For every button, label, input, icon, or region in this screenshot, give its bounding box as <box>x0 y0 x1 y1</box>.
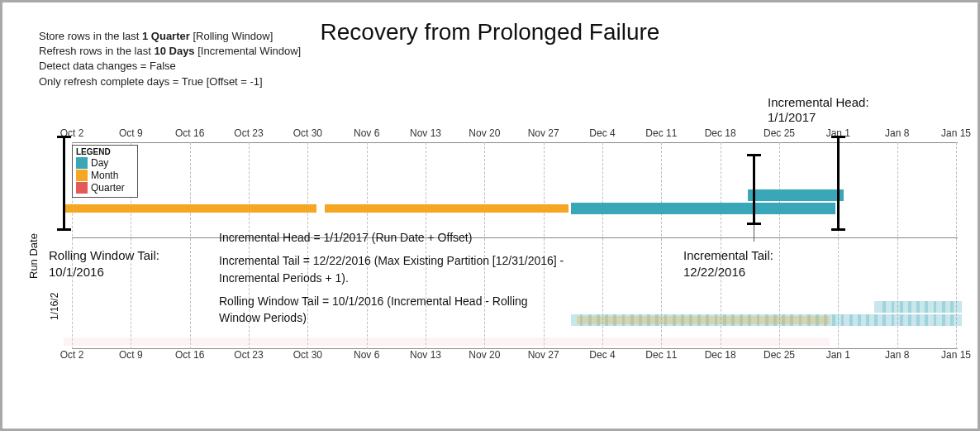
x-label: Oct 30 <box>293 349 322 361</box>
x-label: Oct 9 <box>119 127 143 139</box>
marker <box>63 136 65 231</box>
x-label: Oct 16 <box>175 127 204 139</box>
x-label: Nov 27 <box>528 349 559 361</box>
x-label: Oct 23 <box>234 127 263 139</box>
incremental-tail-l1: Incremental Tail: <box>683 247 773 264</box>
month-block <box>64 204 316 213</box>
x-axis-bottom: Oct 2Oct 9Oct 16Oct 23Oct 30Nov 6Nov 13N… <box>72 349 958 364</box>
meta-store-pre: Store rows in the last <box>39 30 142 42</box>
legend-row-day: Day <box>76 157 134 169</box>
meta-refresh-bold: 10 Days <box>154 45 194 57</box>
x-label: Nov 6 <box>354 349 379 361</box>
x-label: Nov 6 <box>354 127 379 139</box>
x-label: Jan 15 <box>941 127 971 139</box>
meta-complete: Only refresh complete days = True [Offse… <box>39 74 301 89</box>
month-block <box>577 316 830 324</box>
legend-label-day: Day <box>91 157 108 169</box>
y-axis-label: Run Date <box>27 233 40 279</box>
rolling-tail-annot: Rolling Window Tail: 10/1/2016 <box>49 247 159 280</box>
formula-2: Incremental Tail = 12/22/2016 (Max Exist… <box>219 252 566 286</box>
swatch-quarter <box>76 182 88 194</box>
swatch-month <box>76 170 88 181</box>
chart-frame: Recovery from Prolonged Failure Store ro… <box>0 0 980 431</box>
x-label: Jan 1 <box>826 349 850 361</box>
meta-refresh-post: [Incremental Window] <box>195 45 302 57</box>
marker <box>837 136 840 231</box>
x-label: Nov 27 <box>528 127 559 139</box>
x-label: Jan 15 <box>941 349 971 361</box>
incremental-tail-annot: Incremental Tail: 12/22/2016 <box>683 247 773 280</box>
legend-row-quarter: Quarter <box>76 182 134 194</box>
x-label: Dec 4 <box>589 127 615 139</box>
formula-annotations: Incremental Head = 1/1/2017 (Run Date + … <box>219 229 566 326</box>
meta-detect: Detect data changes = False <box>39 59 301 74</box>
legend-title: LEGEND <box>76 147 134 156</box>
day-block <box>950 314 962 326</box>
x-label: Dec 4 <box>589 349 615 361</box>
incremental-tail-l2: 12/22/2016 <box>683 264 773 280</box>
meta-refresh-pre: Refresh rows in the last <box>39 45 154 57</box>
x-label: Dec 18 <box>705 127 736 139</box>
day-block <box>824 203 835 214</box>
month-block <box>325 204 569 213</box>
meta-store-post: [Rolling Window] <box>190 30 273 42</box>
legend-label-month: Month <box>91 170 118 181</box>
meta-store-bold: 1 Quarter <box>142 30 190 42</box>
day-block <box>950 301 962 313</box>
x-label: Dec 25 <box>764 349 795 361</box>
x-label: Dec 18 <box>705 349 736 361</box>
incremental-head-label-l2: 1/1/2017 <box>768 110 869 125</box>
x-label: Nov 20 <box>469 127 500 139</box>
marker <box>753 154 755 225</box>
x-label: Dec 11 <box>645 349 677 361</box>
x-label: Oct 30 <box>293 127 322 139</box>
x-label: Oct 9 <box>119 349 143 361</box>
x-label: Nov 13 <box>410 349 441 361</box>
swatch-day <box>76 157 88 169</box>
rolling-tail-l2: 10/1/2016 <box>49 264 159 280</box>
rolling-tail-l1: Rolling Window Tail: <box>49 247 159 264</box>
x-label: Dec 25 <box>764 127 795 139</box>
formula-3: Rolling Window Tail = 10/1/2016 (Increme… <box>219 293 566 327</box>
x-label: Jan 8 <box>885 127 909 139</box>
x-label: Oct 16 <box>175 349 204 361</box>
x-label: Nov 20 <box>469 349 500 361</box>
y-tick-1: 1/16/2 <box>49 293 60 320</box>
marker-tick <box>754 225 754 242</box>
x-label: Jan 8 <box>885 349 909 361</box>
gridline <box>190 142 191 349</box>
x-label: Nov 13 <box>410 127 441 139</box>
legend-label-quarter: Quarter <box>91 182 125 194</box>
row-sep-top <box>72 142 958 143</box>
formula-1: Incremental Head = 1/1/2017 (Run Date + … <box>219 229 566 246</box>
chart-meta: Store rows in the last 1 Quarter [Rollin… <box>39 29 301 89</box>
x-label: Dec 11 <box>645 127 677 139</box>
x-label: Oct 23 <box>234 349 263 361</box>
incremental-head-label: Incremental Head: 1/1/2017 <box>768 95 869 125</box>
x-axis-top: Oct 2Oct 9Oct 16Oct 23Oct 30Nov 6Nov 13N… <box>72 127 958 142</box>
x-label: Oct 2 <box>60 349 84 361</box>
legend-box: LEGEND Day Month Quarter <box>72 145 138 198</box>
incremental-head-label-l1: Incremental Head: <box>768 95 869 110</box>
legend-row-month: Month <box>76 170 134 181</box>
quarter-block <box>64 338 830 346</box>
